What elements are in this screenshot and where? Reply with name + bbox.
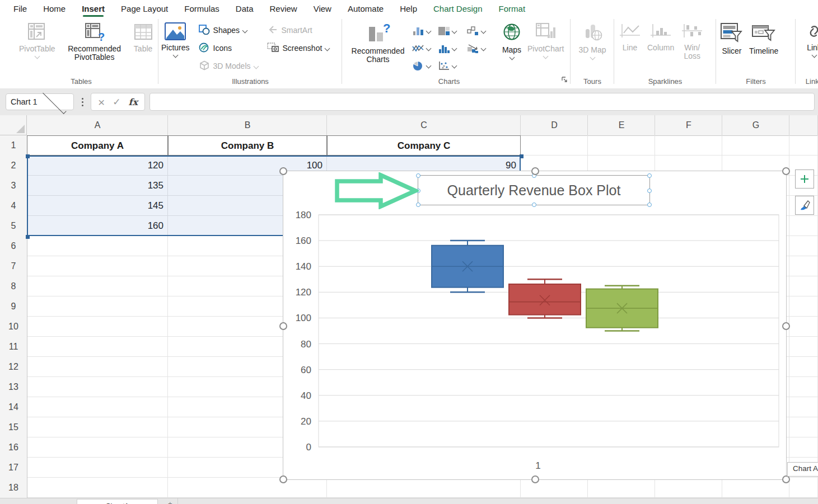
cell-A1[interactable]: Company A: [27, 135, 168, 156]
chart-elements-button[interactable]: [795, 169, 814, 189]
row-header-18[interactable]: 18: [0, 478, 27, 498]
col-header-A[interactable]: A: [27, 115, 168, 136]
pivotchart-button[interactable]: PivotChart: [527, 18, 564, 58]
chart-handle[interactable]: [782, 322, 790, 330]
screenshot-button[interactable]: Screenshot: [267, 41, 330, 55]
more-options-icon[interactable]: [78, 98, 86, 106]
shapes-label: Shapes: [213, 26, 240, 35]
tab-review[interactable]: Review: [270, 4, 297, 13]
annotation-arrow[interactable]: [335, 172, 419, 209]
cell-B1[interactable]: Company B: [168, 135, 327, 156]
sparkline-column-button[interactable]: Column: [647, 18, 674, 52]
chart-styles-button[interactable]: [795, 196, 814, 215]
col-header-G[interactable]: G: [722, 115, 789, 136]
chart-handle[interactable]: [279, 167, 287, 175]
tab-automate[interactable]: Automate: [348, 4, 384, 13]
row-header-2[interactable]: 2: [0, 156, 27, 176]
insert-pie-chart-button[interactable]: [412, 57, 438, 74]
row-header-7[interactable]: 7: [0, 256, 27, 277]
tab-data[interactable]: Data: [236, 4, 254, 13]
row-header-1[interactable]: 1: [0, 135, 27, 156]
link-button[interactable]: Link: [805, 18, 818, 57]
range-handle[interactable]: [26, 235, 30, 239]
select-all-corner[interactable]: [0, 115, 27, 135]
pictures-button[interactable]: Pictures: [161, 18, 190, 57]
insert-statistic-chart-button[interactable]: [438, 40, 467, 57]
pivottable-button[interactable]: PivotTable: [19, 18, 55, 58]
tab-chart-design[interactable]: Chart Design: [433, 4, 483, 13]
smartart-button[interactable]: SmartArt: [267, 23, 330, 37]
row-header-4[interactable]: 4: [0, 196, 27, 216]
row-header-14[interactable]: 14: [0, 397, 27, 418]
row-header-8[interactable]: 8: [0, 276, 27, 297]
table-button[interactable]: Table: [134, 18, 153, 53]
col-header-partial[interactable]: [789, 115, 818, 136]
chart-handle[interactable]: [531, 475, 539, 483]
tab-help[interactable]: Help: [400, 4, 417, 13]
shapes-button[interactable]: Shapes: [199, 23, 258, 37]
icons-button[interactable]: Icons: [199, 41, 258, 55]
chart-title-box[interactable]: Quarterly Revenue Box Plot: [418, 175, 650, 205]
chart-handle[interactable]: [782, 475, 790, 483]
col-header-F[interactable]: F: [655, 115, 722, 136]
tab-formulas[interactable]: Formulas: [184, 4, 219, 13]
chart[interactable]: 0204060801001201401601801 Quarterly Reve…: [283, 171, 787, 480]
row-header-15[interactable]: 15: [0, 417, 27, 438]
chart-handle[interactable]: [279, 475, 287, 483]
col-header-E[interactable]: E: [588, 115, 655, 136]
timeline-button[interactable]: Timeline: [749, 18, 778, 55]
recommended-pivottables-button[interactable]: ? Recommended PivotTables: [63, 18, 126, 62]
tab-home[interactable]: Home: [43, 4, 66, 13]
chart-handle[interactable]: [531, 167, 539, 175]
title-handle[interactable]: [647, 173, 652, 178]
sparkline-winloss-button[interactable]: Win/ Loss: [680, 18, 704, 61]
insert-hierarchy-chart-button[interactable]: [438, 22, 467, 40]
tab-view[interactable]: View: [314, 4, 331, 13]
col-header-D[interactable]: D: [521, 115, 588, 136]
maps-button[interactable]: Maps: [502, 18, 522, 59]
title-handle[interactable]: [647, 189, 652, 193]
insert-scatter-chart-button[interactable]: [438, 57, 467, 74]
new-sheet-button[interactable]: +: [168, 500, 172, 504]
tab-file[interactable]: File: [13, 4, 27, 13]
3d-map-label: 3D Map: [578, 46, 606, 55]
chart-handle[interactable]: [279, 322, 287, 330]
row-header-9[interactable]: 9: [0, 296, 27, 317]
row-header-11[interactable]: 11: [0, 337, 27, 357]
tab-insert[interactable]: Insert: [82, 4, 105, 13]
insert-function-icon[interactable]: fx: [129, 97, 138, 107]
insert-waterfall-chart-button[interactable]: [467, 22, 496, 40]
row-header-5[interactable]: 5: [0, 216, 27, 237]
row-header-10[interactable]: 10: [0, 317, 27, 337]
sheet-tab-sheet1[interactable]: Sheet1: [77, 499, 158, 504]
range-handle[interactable]: [520, 154, 523, 158]
3d-models-button[interactable]: 3D Models: [199, 59, 258, 73]
row-header-6[interactable]: 6: [0, 236, 27, 257]
cancel-icon[interactable]: ×: [98, 96, 105, 108]
3d-map-button[interactable]: 3D Map: [578, 18, 606, 59]
cell-C1[interactable]: Company C: [327, 135, 521, 156]
row-header-3[interactable]: 3: [0, 176, 27, 196]
tab-format[interactable]: Format: [499, 4, 526, 13]
recommended-charts-button[interactable]: ? Recommended Charts: [349, 18, 406, 64]
insert-column-chart-button[interactable]: [412, 22, 438, 40]
col-header-C[interactable]: C: [327, 115, 521, 136]
col-header-B[interactable]: B: [168, 115, 327, 136]
title-handle[interactable]: [532, 202, 536, 207]
insert-line-chart-button[interactable]: [412, 40, 438, 57]
formula-input[interactable]: [149, 93, 815, 111]
row-header-13[interactable]: 13: [0, 377, 27, 398]
sparkline-line-button[interactable]: Line: [618, 18, 642, 52]
row-header-12[interactable]: 12: [0, 357, 27, 378]
title-handle[interactable]: [647, 202, 652, 207]
tab-page-layout[interactable]: Page Layout: [121, 4, 168, 13]
enter-icon[interactable]: ✓: [113, 96, 120, 108]
name-box[interactable]: Chart 1: [6, 93, 74, 110]
insert-combo-chart-button[interactable]: [467, 40, 496, 57]
row-header-17[interactable]: 17: [0, 458, 27, 478]
range-handle[interactable]: [26, 154, 30, 158]
row-header-16[interactable]: 16: [0, 437, 27, 458]
chart-handle[interactable]: [782, 167, 790, 175]
charts-dialog-launcher-icon[interactable]: [561, 75, 568, 85]
slicer-button[interactable]: Slicer: [720, 18, 744, 55]
